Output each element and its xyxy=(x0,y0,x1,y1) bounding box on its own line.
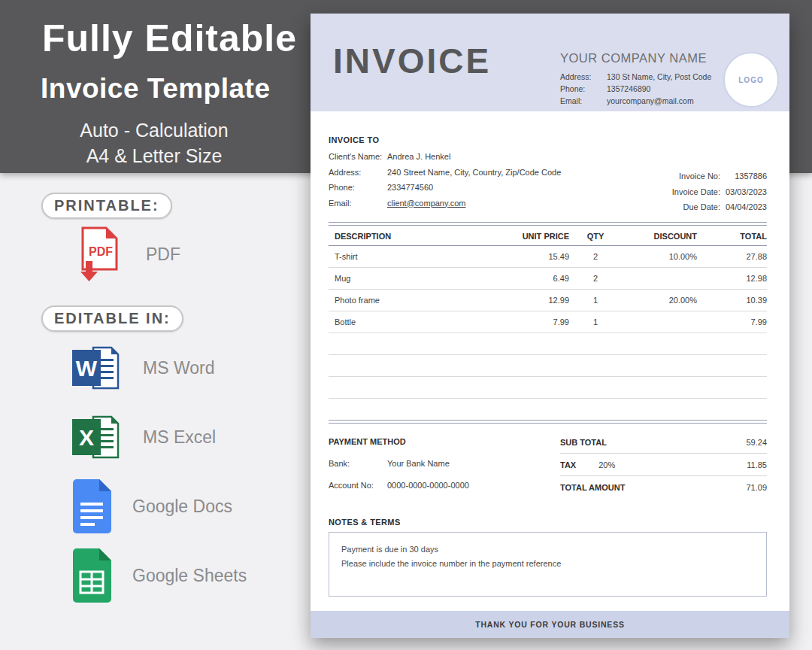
format-item-pdf: PDF PDF xyxy=(71,226,180,283)
client-phone-label: Phone: xyxy=(329,180,387,196)
account-row: Account No: 0000-0000-0000-0000 xyxy=(329,475,560,497)
items-table-header: DESCRIPTION UNIT PRICE QTY DISCOUNT TOTA… xyxy=(329,226,767,246)
payment-totals-section: PAYMENT METHOD Bank: Your Bank Name Acco… xyxy=(329,431,767,498)
item-description: Bottle xyxy=(329,317,498,327)
item-unit-price: 7.99 xyxy=(498,317,569,327)
company-email-value: yourcompany@mail.com xyxy=(607,95,694,107)
payment-top-rule xyxy=(329,420,767,424)
company-address-label: Address: xyxy=(560,71,607,83)
format-label-excel: MS Excel xyxy=(143,427,216,448)
format-label-pdf: PDF xyxy=(146,245,180,265)
svg-text:PDF: PDF xyxy=(89,245,113,258)
format-item-google-sheets: Google Sheets xyxy=(71,548,247,603)
svg-text:X: X xyxy=(79,425,94,450)
page: Fully Editable Invoice Template Auto - C… xyxy=(0,0,812,650)
invoice-date-row: Invoice Date: 03/03/2023 xyxy=(672,184,767,200)
company-address-row: Address: 130 St Name, City, Post Code xyxy=(560,71,724,83)
table-row-empty xyxy=(329,333,767,355)
table-row: Photo frame 12.99 1 20.00% 10.39 xyxy=(329,290,767,311)
promo-subtitle-auto-calculation: Auto - Calculation xyxy=(0,120,308,141)
client-address-value: 240 Street Name, City, Country, Zip/Code… xyxy=(387,165,561,181)
item-qty: 1 xyxy=(569,317,622,327)
notes-terms-box: Payment is due in 30 days Please include… xyxy=(329,532,767,597)
promo-title-line2: Invoice Template xyxy=(41,73,270,105)
bank-label: Bank: xyxy=(329,453,387,475)
svg-text:W: W xyxy=(76,356,98,381)
client-name-row: Client's Name: Andrea J. Henkel xyxy=(329,149,767,165)
notes-line: Please include the invoice number in the… xyxy=(341,557,754,571)
item-unit-price: 12.99 xyxy=(498,296,569,305)
item-qty: 2 xyxy=(569,252,622,261)
word-icon: W xyxy=(71,344,123,392)
payment-method-title: PAYMENT METHOD xyxy=(329,431,560,453)
account-value: 0000-0000-0000-0000 xyxy=(387,475,469,497)
google-docs-icon xyxy=(71,478,113,534)
client-block: Client's Name: Andrea J. Henkel Address:… xyxy=(329,149,767,211)
client-name-value: Andrea J. Henkel xyxy=(387,149,450,165)
company-address-value: 130 St Name, City, Post Code xyxy=(607,71,711,83)
item-description: T-shirt xyxy=(329,252,498,261)
header-qty: QTY xyxy=(569,232,622,241)
table-row: Bottle 7.99 1 7.99 xyxy=(329,311,767,333)
subtotal-label: SUB TOTAL xyxy=(560,438,607,447)
item-unit-price: 15.49 xyxy=(498,252,569,261)
format-item-word: W MS Word xyxy=(71,340,247,396)
company-phone-value: 1357246890 xyxy=(607,83,650,95)
format-label-word: MS Word xyxy=(143,358,214,378)
header-discount: DISCOUNT xyxy=(622,232,697,241)
due-date-row: Due Date: 04/04/2023 xyxy=(672,199,767,215)
invoice-preview: INVOICE YOUR COMPANY NAME Address: 130 S… xyxy=(311,14,789,638)
tax-row: TAX 20% 11.85 xyxy=(560,454,767,476)
item-total: 27.88 xyxy=(697,252,767,261)
item-discount: 10.00% xyxy=(622,252,697,261)
client-phone-value: 2334774560 xyxy=(387,180,433,196)
item-total: 12.98 xyxy=(697,274,767,283)
notes-terms-title: NOTES & TERMS xyxy=(329,518,767,527)
header-unit-price: UNIT PRICE xyxy=(498,232,569,241)
item-total: 10.39 xyxy=(697,296,767,305)
subtotal-value: 59.24 xyxy=(746,438,767,447)
item-unit-price: 6.49 xyxy=(498,274,569,283)
client-email-label: Email: xyxy=(329,196,387,211)
company-block: YOUR COMPANY NAME Address: 130 St Name, … xyxy=(560,51,724,107)
invoice-date-value: 03/03/2023 xyxy=(720,184,767,200)
header-total: TOTAL xyxy=(697,232,767,241)
invoice-body: INVOICE TO Client's Name: Andrea J. Henk… xyxy=(329,111,767,597)
excel-icon: X xyxy=(71,413,123,461)
item-description: Mug xyxy=(329,274,498,283)
company-email-row: Email: yourcompany@mail.com xyxy=(560,95,724,107)
total-amount-row: TOTAL AMOUNT 71.09 xyxy=(560,476,767,498)
invoice-to-title: INVOICE TO xyxy=(329,135,767,144)
account-label: Account No: xyxy=(329,475,387,497)
total-amount-label: TOTAL AMOUNT xyxy=(560,483,625,492)
client-address-label: Address: xyxy=(329,165,387,181)
invoice-meta-block: Invoice No: 1357886 Invoice Date: 03/03/… xyxy=(672,169,767,215)
format-label-google-docs: Google Docs xyxy=(132,497,232,517)
totals-block: SUB TOTAL 59.24 TAX 20% 11.85 TOTAL AMOU… xyxy=(560,431,767,498)
due-date-label: Due Date: xyxy=(683,199,720,215)
payment-method-block: PAYMENT METHOD Bank: Your Bank Name Acco… xyxy=(329,431,560,498)
company-logo-badge: LOGO xyxy=(723,52,779,108)
promo-title-line1: Fully Editable xyxy=(42,17,297,60)
client-email-link[interactable]: client@company.com xyxy=(387,196,466,211)
item-qty: 2 xyxy=(569,274,622,283)
subtotal-row: SUB TOTAL 59.24 xyxy=(560,431,767,454)
format-list: W MS Word X MS Excel xyxy=(71,340,247,603)
bank-value: Your Bank Name xyxy=(387,453,450,475)
invoice-date-label: Invoice Date: xyxy=(672,184,720,200)
editable-in-badge: EDITABLE IN: xyxy=(41,305,183,332)
tax-rate: 20% xyxy=(598,460,615,469)
printable-badge: PRINTABLE: xyxy=(41,193,172,219)
google-sheets-icon xyxy=(71,548,113,603)
item-total: 7.99 xyxy=(697,317,767,327)
header-description: DESCRIPTION xyxy=(329,232,498,241)
format-item-google-docs: Google Docs xyxy=(71,478,247,534)
item-discount: 20.00% xyxy=(622,296,697,305)
item-qty: 1 xyxy=(569,296,622,305)
invoice-header-band: INVOICE YOUR COMPANY NAME Address: 130 S… xyxy=(311,14,789,111)
invoice-footer-band: THANK YOU FOR YOUR BUSINESS xyxy=(311,611,789,638)
table-row-empty xyxy=(329,355,767,377)
format-item-excel: X MS Excel xyxy=(71,409,247,465)
bank-row: Bank: Your Bank Name xyxy=(329,453,560,475)
company-phone-row: Phone: 1357246890 xyxy=(560,83,724,95)
